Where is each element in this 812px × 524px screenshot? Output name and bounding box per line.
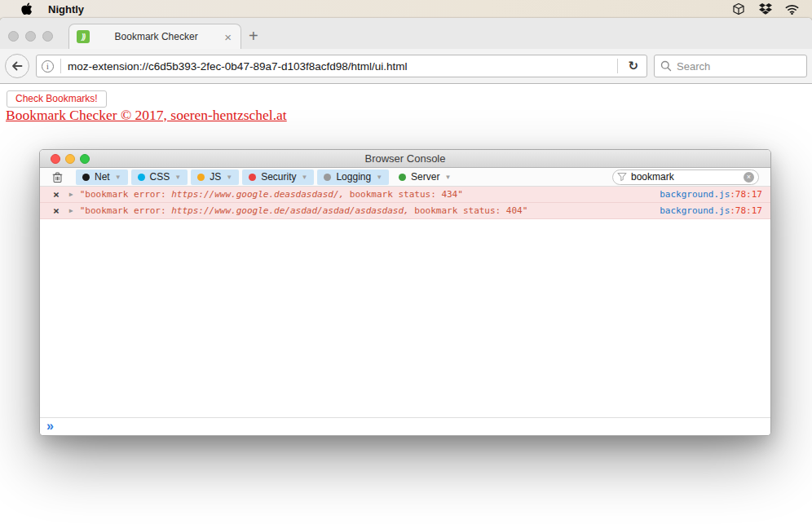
filter-css-label: CSS — [150, 171, 170, 183]
security-dot-icon — [249, 174, 256, 181]
tab-close-icon[interactable]: × — [223, 31, 233, 43]
filter-net-button[interactable]: Net ▼ — [76, 170, 128, 185]
filter-logging-button[interactable]: Logging ▼ — [317, 170, 389, 185]
dismiss-message-icon[interactable]: × — [53, 205, 60, 216]
apple-menu-icon[interactable] — [21, 2, 33, 15]
source-location-link[interactable]: background.js:78:17 — [660, 205, 762, 216]
browser-console-window: Browser Console Net ▼ CSS ▼ JS ▼ Securit… — [39, 149, 771, 436]
window-controls-inactive — [8, 31, 53, 42]
console-filter-searchbox[interactable]: × — [612, 170, 759, 185]
chevron-down-icon: ▼ — [115, 174, 121, 181]
zoom-window-button[interactable] — [42, 31, 53, 42]
urlbar-separator-2 — [617, 59, 618, 73]
check-bookmarks-button[interactable]: Check Bookmarks! — [7, 90, 107, 108]
filter-js-label: JS — [210, 171, 221, 183]
wifi-icon[interactable] — [785, 2, 799, 15]
active-app-menu[interactable]: Nightly — [48, 3, 84, 15]
error-url[interactable]: https://www.google.de/asdad/asdad/asdasd… — [171, 205, 408, 216]
tab-title: Bookmark Checker — [90, 31, 223, 42]
console-message-list: × ▶ "bookmark error: https://www.google.… — [40, 187, 770, 417]
filter-server-label: Server — [411, 171, 439, 183]
back-button[interactable] — [5, 54, 29, 78]
dropbox-icon[interactable] — [758, 2, 772, 15]
minimize-window-button[interactable] — [25, 31, 36, 42]
url-input[interactable] — [68, 60, 611, 73]
error-message-text: "bookmark error: https://www.google.de/a… — [80, 205, 660, 216]
server-dot-icon — [399, 174, 406, 181]
urlbar-separator — [60, 59, 61, 73]
search-bar[interactable] — [654, 55, 807, 77]
bookmark-checker-copyright-link[interactable]: Bookmark Checker © 2017, soeren-hentzsch… — [6, 107, 287, 124]
cube-icon[interactable] — [731, 2, 745, 15]
navigation-toolbar: i ↻ — [0, 49, 812, 84]
filter-security-button[interactable]: Security ▼ — [242, 170, 314, 185]
logging-dot-icon — [324, 174, 331, 181]
console-error-row[interactable]: × ▶ "bookmark error: https://www.google.… — [40, 203, 770, 219]
extension-favicon: )) — [77, 30, 90, 43]
filter-css-button[interactable]: CSS ▼ — [131, 170, 188, 185]
console-error-row[interactable]: × ▶ "bookmark error: https://www.google.… — [40, 187, 770, 203]
url-bar[interactable]: i ↻ — [36, 55, 647, 77]
chevron-down-icon: ▼ — [444, 174, 451, 181]
filter-net-label: Net — [95, 171, 110, 183]
page-info-icon[interactable]: i — [42, 60, 54, 73]
clear-console-trash-icon[interactable] — [46, 171, 68, 183]
console-input-row[interactable]: » — [40, 417, 770, 435]
search-icon — [660, 60, 672, 72]
console-prompt-icon: » — [46, 420, 54, 433]
reload-icon[interactable]: ↻ — [624, 59, 642, 73]
filter-js-button[interactable]: JS ▼ — [191, 170, 239, 185]
dismiss-message-icon[interactable]: × — [53, 189, 60, 200]
disclosure-triangle-icon[interactable]: ▶ — [69, 207, 73, 214]
console-title-bar[interactable]: Browser Console — [40, 150, 770, 168]
error-message-text: "bookmark error: https://www.google.deas… — [80, 189, 660, 200]
filter-logging-label: Logging — [336, 171, 371, 183]
source-location-link[interactable]: background.js:78:17 — [660, 189, 762, 200]
tab-bookmark-checker[interactable]: )) Bookmark Checker × — [68, 24, 241, 49]
funnel-filter-icon — [617, 172, 627, 182]
net-dot-icon — [82, 174, 90, 181]
macos-menu-bar: Nightly — [0, 0, 812, 18]
console-window-title: Browser Console — [40, 152, 770, 165]
close-window-button[interactable] — [8, 31, 19, 42]
new-tab-button[interactable]: + — [249, 27, 258, 46]
error-url[interactable]: https://www.google.deasdasdasd/, — [171, 189, 344, 200]
chevron-down-icon: ▼ — [226, 174, 232, 181]
search-input[interactable] — [677, 60, 801, 73]
console-filter-input[interactable] — [631, 171, 744, 183]
chevron-down-icon: ▼ — [376, 174, 382, 181]
console-filter-toolbar: Net ▼ CSS ▼ JS ▼ Security ▼ Logging ▼ Se… — [40, 168, 770, 187]
tab-strip: )) Bookmark Checker × + — [0, 18, 812, 49]
clear-filter-icon[interactable]: × — [744, 172, 754, 183]
filter-server-button[interactable]: Server ▼ — [392, 170, 457, 185]
chevron-down-icon: ▼ — [174, 174, 181, 181]
console-command-input[interactable] — [60, 421, 764, 432]
filter-security-label: Security — [261, 171, 296, 183]
menubar-tray — [731, 2, 799, 15]
chevron-down-icon: ▼ — [302, 174, 308, 181]
js-dot-icon — [197, 174, 205, 181]
css-dot-icon — [138, 174, 145, 181]
disclosure-triangle-icon[interactable]: ▶ — [69, 191, 73, 198]
